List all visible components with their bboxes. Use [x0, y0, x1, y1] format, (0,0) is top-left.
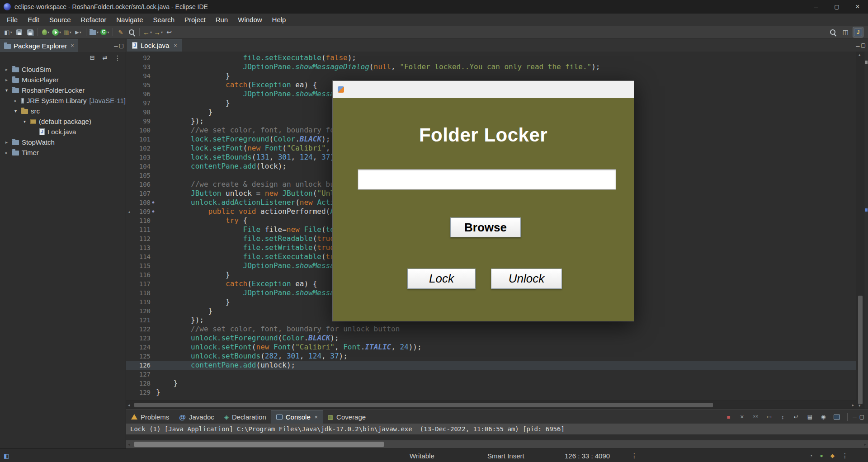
code-line[interactable]: 126contentPane.add(unlock); — [126, 361, 856, 370]
line-number[interactable]: 93 — [132, 62, 151, 71]
line-number[interactable]: 98 — [132, 108, 151, 117]
open-console-button[interactable] — [831, 411, 842, 422]
twisty-icon[interactable]: ▸ — [4, 140, 9, 145]
console-output[interactable] — [126, 434, 868, 440]
line-number[interactable]: 92 — [132, 53, 151, 62]
close-icon[interactable]: × — [174, 42, 177, 49]
view-menu-button[interactable]: ⋮ — [112, 52, 123, 63]
terminate-button[interactable]: ■ — [723, 411, 734, 422]
collapse-all-button[interactable]: ⊟ — [87, 52, 98, 63]
line-number[interactable]: 96 — [132, 90, 151, 99]
twisty-icon[interactable]: ▸ — [4, 150, 9, 155]
line-number[interactable]: 101 — [132, 135, 151, 144]
tab-problems[interactable]: Problems — [126, 410, 174, 424]
java-status-icon[interactable]: ● — [820, 453, 823, 458]
line-number[interactable]: 112 — [132, 234, 151, 243]
menu-source[interactable]: Source — [44, 14, 76, 26]
scroll-left-icon[interactable]: ◂ — [128, 442, 130, 447]
line-number[interactable]: 110 — [132, 216, 151, 225]
tree-item-timer[interactable]: ▸Timer — [0, 147, 126, 158]
line-number[interactable]: 118 — [132, 288, 151, 297]
menu-edit[interactable]: Edit — [23, 14, 44, 26]
line-number[interactable]: 106 — [132, 180, 151, 189]
coverage-button[interactable]: ▥▾ — [62, 27, 73, 38]
tree-item-cloudsim[interactable]: ▸CloudSim — [0, 64, 126, 75]
line-number[interactable]: 109 — [132, 207, 151, 216]
tab-coverage[interactable]: ▥Coverage — [323, 410, 371, 424]
twisty-icon[interactable]: ▾ — [22, 119, 28, 124]
search-flashlight-button[interactable] — [126, 27, 137, 38]
remove-launch-button[interactable]: × — [736, 411, 747, 422]
jobs-progress-icon[interactable]: ◔ — [809, 453, 813, 459]
twisty-icon[interactable]: ▾ — [4, 88, 9, 93]
tree-item-jre-system-library[interactable]: ▸JRE System Library[JavaSE-11] — [0, 95, 126, 106]
forward-button[interactable]: →▾ — [153, 27, 164, 38]
twisty-icon[interactable]: ▸ — [4, 67, 9, 72]
line-number[interactable]: 111 — [132, 225, 151, 234]
tab-console[interactable]: Console× — [271, 410, 323, 424]
code-line[interactable]: 128} — [126, 379, 856, 388]
line-number[interactable]: 124 — [132, 343, 151, 352]
new-java-project-button[interactable]: ▾ — [89, 27, 99, 38]
overflow-icon[interactable]: ⋮ — [842, 453, 848, 459]
line-number[interactable]: 116 — [132, 270, 151, 279]
line-number[interactable]: 97 — [132, 99, 151, 108]
line-number[interactable]: 125 — [132, 352, 151, 361]
folder-path-input[interactable] — [358, 169, 616, 190]
code-line[interactable]: 127 — [126, 370, 856, 379]
maximize-button[interactable]: ▢ — [826, 0, 847, 14]
scrollbar-thumb[interactable] — [134, 442, 384, 447]
tree-item-stopwatch[interactable]: ▸StopWatch — [0, 137, 126, 147]
minimize-button[interactable]: – — [806, 0, 826, 14]
pin-console-button[interactable]: ◉ — [818, 411, 829, 422]
menu-refactor[interactable]: Refactor — [76, 14, 112, 26]
back-button[interactable]: ←▾ — [142, 27, 153, 38]
line-number[interactable]: 99 — [132, 117, 151, 126]
overview-marker[interactable] — [865, 208, 868, 212]
menu-help[interactable]: Help — [267, 14, 291, 26]
line-number[interactable]: 115 — [132, 261, 151, 270]
line-number[interactable]: 119 — [132, 297, 151, 306]
code-line[interactable]: 123unlock.setForeground(Color.BLACK); — [126, 334, 856, 343]
clear-console-button[interactable]: ▭ — [764, 411, 774, 422]
line-number[interactable]: 113 — [132, 243, 151, 252]
code-line[interactable]: 93JOptionPane.showMessageDialog(null, "F… — [126, 62, 856, 71]
notifications-bell-icon[interactable]: ◆ — [830, 453, 835, 458]
code-line[interactable]: 122//we set color, font, boundary for un… — [126, 325, 856, 334]
tree-item-src[interactable]: ▾src — [0, 106, 126, 116]
line-number[interactable]: 107 — [132, 189, 151, 198]
line-number[interactable]: 104 — [132, 162, 151, 171]
close-button[interactable]: × — [847, 0, 868, 14]
run-button[interactable]: ▾ — [51, 27, 62, 38]
line-number[interactable]: 94 — [132, 71, 151, 80]
scroll-left-icon[interactable]: ◂ — [128, 403, 130, 407]
tab-package-explorer[interactable]: Package Explorer × — [0, 39, 78, 52]
menu-run[interactable]: Run — [211, 14, 233, 26]
browse-button[interactable]: Browse — [450, 217, 521, 237]
line-number[interactable]: 129 — [132, 388, 151, 397]
line-number[interactable]: 114 — [132, 252, 151, 261]
twisty-icon[interactable]: ▸ — [13, 98, 19, 103]
code-line[interactable]: 92file.setExecutable(false); — [126, 53, 856, 62]
maximize-icon[interactable]: ▢ — [861, 42, 866, 49]
minimize-icon[interactable]: – — [114, 42, 118, 49]
tree-item-lock-java[interactable]: JLock.java — [0, 127, 126, 137]
tab-javadoc[interactable]: @Javadoc — [174, 410, 219, 424]
scroll-right-icon[interactable]: ▸ — [852, 403, 854, 407]
scroll-up-icon[interactable]: ▴ — [859, 52, 861, 57]
editor-horizontal-scrollbar[interactable]: ◂ ▸ — [126, 401, 856, 409]
tree-item-roshanfolderlocker[interactable]: ▾RoshanFolderLocker — [0, 85, 126, 95]
show-on-output-button[interactable]: ▤ — [804, 411, 815, 422]
code-line[interactable]: 94} — [126, 71, 856, 80]
line-number[interactable]: 120 — [132, 306, 151, 316]
menu-navigate[interactable]: Navigate — [111, 14, 148, 26]
unlock-button[interactable]: Unlock — [491, 269, 562, 289]
dialog-titlebar[interactable] — [333, 81, 634, 98]
twisty-icon[interactable]: ▸ — [4, 77, 9, 82]
line-number[interactable]: 126 — [132, 361, 151, 370]
menu-window[interactable]: Window — [233, 14, 267, 26]
scrollbar-thumb[interactable] — [134, 403, 713, 407]
new-wizard-button[interactable]: ◧▾ — [3, 27, 14, 38]
lock-button[interactable]: Lock — [407, 269, 476, 289]
line-number[interactable]: 105 — [132, 171, 151, 180]
